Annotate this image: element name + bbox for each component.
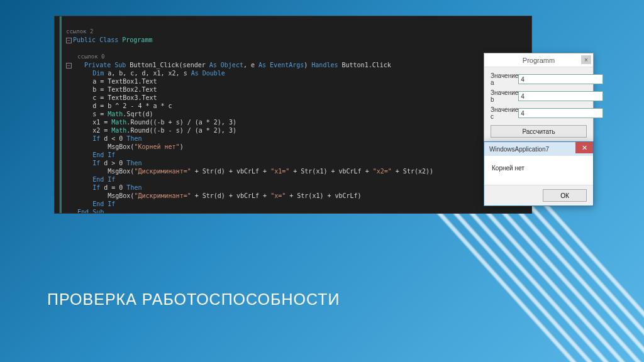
code-content[interactable]: ссылок 2 −Public Class Programm ссылок 0… bbox=[55, 16, 531, 214]
label-c: Значение c bbox=[491, 106, 518, 120]
label-a: Значение a bbox=[491, 72, 518, 86]
form-title: Programm bbox=[523, 57, 555, 64]
form-close-button[interactable]: × bbox=[581, 55, 591, 64]
form-body: Значение a Значение b Значение c Рассчит… bbox=[484, 67, 593, 143]
input-a[interactable] bbox=[518, 74, 603, 84]
msgbox-window: WindowsApplication7 ✕ Корней нет ОК bbox=[484, 141, 594, 206]
msgbox-ok-button[interactable]: ОК bbox=[543, 189, 587, 202]
msgbox-titlebar[interactable]: WindowsApplication7 ✕ bbox=[484, 142, 593, 156]
input-row-a: Значение a bbox=[491, 72, 587, 86]
input-b[interactable] bbox=[518, 91, 603, 101]
form-titlebar[interactable]: Programm × bbox=[484, 53, 593, 67]
fold-indicator bbox=[60, 16, 62, 213]
msgbox-title: WindowsApplication7 bbox=[489, 146, 549, 153]
close-icon: ✕ bbox=[582, 144, 587, 152]
msgbox-message: Корней нет bbox=[484, 156, 593, 185]
editor-gutter bbox=[55, 16, 60, 213]
slide-title: ПРОВЕРКА РАБОТОСПОСОБНОСТИ bbox=[47, 290, 340, 309]
msgbox-close-button[interactable]: ✕ bbox=[575, 142, 593, 153]
msgbox-footer: ОК bbox=[484, 185, 593, 206]
ref-count-2: ссылок 2 bbox=[66, 28, 93, 35]
collapse-icon[interactable]: − bbox=[66, 63, 72, 69]
close-icon: × bbox=[584, 57, 588, 63]
input-row-b: Значение b bbox=[491, 89, 587, 103]
label-b: Значение b bbox=[491, 89, 518, 103]
input-c[interactable] bbox=[518, 108, 603, 118]
programm-form-window: Programm × Значение a Значение b Значени… bbox=[484, 53, 594, 143]
calculate-button[interactable]: Рассчитать bbox=[491, 125, 587, 138]
input-row-c: Значение c bbox=[491, 106, 587, 120]
collapse-icon[interactable]: − bbox=[66, 38, 72, 43]
ref-count-0: ссылок 0 bbox=[77, 53, 104, 60]
code-editor-window: ссылок 2 −Public Class Programm ссылок 0… bbox=[54, 16, 532, 214]
